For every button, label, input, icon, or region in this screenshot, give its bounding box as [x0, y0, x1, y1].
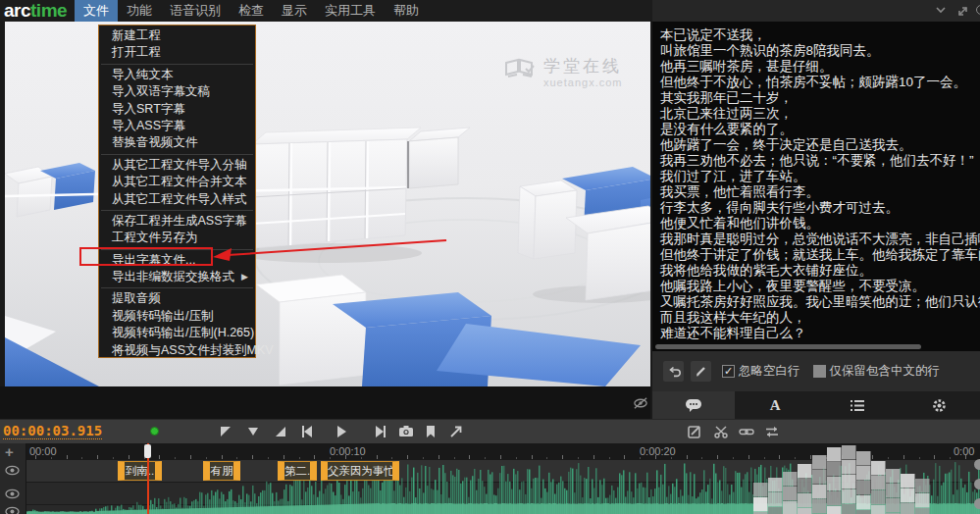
subtitle-press-left-icon[interactable] — [218, 424, 233, 439]
file-menu-item[interactable]: 从其它工程文件导入样式 — [99, 191, 255, 208]
keep-chinese-only-option[interactable]: 仅保留包含中文的行 — [813, 363, 941, 380]
link-tool-icon[interactable] — [739, 424, 754, 439]
track-visibility-eye-icon[interactable] — [5, 488, 20, 499]
current-timecode: 00:00:03.915 — [3, 424, 102, 439]
ruler-time-label: 0:00:10 — [330, 445, 366, 457]
subtitle-text-line: 他便又忙着和他们讲价钱。 — [660, 216, 980, 231]
subtitle-text-line: 他嘱我路上小心，夜里要警醒些，不要受凉。 — [660, 279, 980, 294]
swap-tool-icon[interactable] — [764, 424, 780, 439]
file-menu-item[interactable]: 将视频与ASS文件封装到MKV — [99, 342, 255, 359]
ignore-blank-lines-option[interactable]: ✓ 忽略空白行 — [722, 363, 800, 380]
subtitle-text-line: 但他终于不放心，怕茶房不妥帖；颇踌躇10了一会。 — [660, 75, 980, 90]
subtitle-text-line: 我那时真是聪明过分，总觉他说话不大漂亮，非自己插嘴不可 — [660, 231, 980, 247]
scissors-cut-tool-icon[interactable] — [713, 424, 729, 439]
text-horizontal-scrollbar[interactable] — [655, 344, 921, 349]
keep-chinese-checkbox[interactable] — [813, 365, 826, 378]
chevron-down-icon[interactable] — [935, 5, 947, 15]
tab-subtitles[interactable] — [652, 391, 735, 419]
right-panel-tabs: A — [652, 391, 980, 419]
right-panel-header — [652, 0, 980, 22]
add-track-button[interactable]: + — [5, 444, 14, 459]
tab-styles[interactable]: A — [735, 391, 817, 419]
watermark-url: xuetangx.com — [543, 77, 622, 88]
subtitle-text-line: 叫旅馆里一个熟识的茶房8陪我同去。 — [660, 43, 980, 59]
subtitle-text-editor[interactable]: 本已说定不送我，叫旅馆里一个熟识的茶房8陪我同去。他再三嘱咐茶房，甚是仔细。但他… — [652, 22, 980, 351]
gear-icon — [932, 398, 947, 413]
file-menu-item[interactable]: 导入SRT字幕 — [99, 101, 255, 118]
subtitle-press-right-icon[interactable] — [273, 424, 288, 439]
file-menu-item[interactable]: 从其它工程文件导入分轴 — [99, 157, 255, 174]
subtitle-text-line: 难道还不能料理自己么？ — [660, 326, 980, 341]
subtitle-text-line: 我们过了江，进了车站。 — [660, 169, 980, 184]
arctime-window: arctime 文件功能语音识别检查显示实用工具帮助 — [0, 0, 980, 514]
subtitle-text-line: 北京已来往过两三次， — [660, 106, 980, 122]
file-menu-item[interactable]: 保存工程并生成ASS字幕 — [99, 213, 255, 230]
subtitle-block[interactable]: 父亲因为事忙 — [321, 461, 399, 481]
subtitle-text-line: 但他终于讲定了价钱；就送我上车。他给我拣定了靠车门的一张 — [660, 247, 980, 263]
tab-settings[interactable] — [899, 391, 980, 419]
file-menu-dropdown: 新建工程打开工程导入纯文本导入双语字幕文稿导入SRT字幕导入ASS字幕替换音视频… — [98, 25, 256, 358]
menubar-item[interactable]: 文件 — [75, 0, 118, 22]
menubar-item[interactable]: 检查 — [230, 0, 273, 22]
logo-arc: arc — [4, 0, 30, 21]
menubar-item[interactable]: 帮助 — [385, 0, 428, 22]
file-menu-item[interactable]: 视频转码输出/压制 — [99, 308, 255, 325]
file-menu-item[interactable]: 工程文件另存为 — [99, 230, 255, 246]
skip-to-start-icon[interactable] — [299, 424, 315, 439]
file-menu-item[interactable]: 提取音频 — [99, 290, 255, 307]
subtitle-block[interactable]: 第二.. — [278, 461, 317, 481]
timeline-side-button[interactable] — [974, 498, 980, 509]
playback-toolbar: 00:00:03.915 1x ▼ — [0, 419, 980, 443]
edit-block-tool-icon[interactable] — [687, 424, 702, 439]
edit-text-button[interactable] — [691, 361, 711, 382]
skip-to-end-icon[interactable] — [373, 424, 388, 439]
playhead-grip[interactable] — [144, 444, 151, 458]
subtitle-block[interactable]: 到南.. — [118, 461, 162, 481]
subtitle-text-line: 本已说定不送我， — [660, 27, 980, 43]
file-menu-item[interactable]: 导入双语字幕文稿 — [99, 83, 255, 100]
timeline-side-button[interactable] — [974, 459, 980, 470]
menubar-item[interactable]: 实用工具 — [316, 0, 385, 22]
file-menu-item[interactable]: 打开工程 — [99, 44, 255, 61]
file-menu-item[interactable]: 导入纯文本 — [99, 67, 255, 83]
subtitle-text-line: 他再三嘱咐茶房，甚是仔细。 — [660, 59, 980, 75]
play-button-icon[interactable] — [334, 424, 349, 439]
subtitle-text-line: 又嘱托茶房好好照应我。我心里暗笑他的迂；他们只认得钱 — [660, 294, 980, 310]
track-visibility-eye-icon[interactable] — [5, 506, 20, 514]
text-toolbar: ✓ 忽略空白行 仅保留包含中文的行 — [652, 351, 980, 391]
file-menu-item[interactable]: 导入ASS字幕 — [99, 118, 255, 134]
snapshot-camera-icon[interactable] — [398, 424, 414, 439]
file-menu-item[interactable]: 从其它工程文件合并文本 — [99, 174, 255, 190]
timeline-side-button[interactable] — [974, 479, 980, 489]
app-logo: arctime — [4, 0, 67, 22]
file-menu-item[interactable]: 视频转码输出/压制(H.265) — [99, 325, 255, 341]
watermark-title: 学堂在线 — [543, 57, 622, 77]
video-watermark: 学堂在线 xuetangx.com — [503, 57, 622, 88]
menubar-item[interactable]: 功能 — [118, 0, 161, 22]
share-export-icon[interactable] — [448, 424, 464, 439]
subtitle-text-line: 他踌躇了一会，终于决定还是自己送我去。 — [660, 137, 980, 153]
ignore-blank-checkbox[interactable]: ✓ — [722, 365, 735, 378]
hide-preview-eye-slash-icon[interactable] — [633, 395, 648, 411]
tab-list[interactable] — [816, 391, 899, 419]
undo-button[interactable] — [663, 361, 684, 382]
file-menu-item[interactable]: 新建工程 — [99, 27, 255, 44]
menubar-item[interactable]: 显示 — [273, 0, 316, 22]
menubar-item[interactable]: 语音识别 — [161, 0, 230, 22]
panel-options-icon[interactable] — [976, 5, 980, 15]
keep-chinese-label: 仅保留包含中文的行 — [830, 363, 941, 380]
bookmark-icon[interactable] — [423, 424, 438, 439]
ruler-time-label: 00:00 — [29, 445, 57, 457]
subtitle-text-line: 是没有什么要紧的了。 — [660, 122, 980, 137]
styles-A-icon: A — [770, 397, 781, 414]
ruler-time-label: 0:00 — [954, 445, 974, 457]
subtitle-press-down-icon[interactable] — [245, 424, 261, 439]
file-menu-item[interactable]: 导出字幕文件... — [99, 252, 255, 269]
expand-panel-icon[interactable] — [956, 5, 969, 18]
file-menu-item[interactable]: 替换音视频文件 — [99, 134, 255, 151]
video-bottom-strip — [0, 386, 650, 419]
subtitle-block[interactable]: 有朋 — [203, 461, 240, 481]
pencil-icon — [695, 365, 707, 378]
file-menu-item[interactable]: 导出非编数据交换格式▶ — [99, 269, 255, 285]
subtitle-text-line: 我买票，他忙着照看行李。 — [660, 184, 980, 200]
